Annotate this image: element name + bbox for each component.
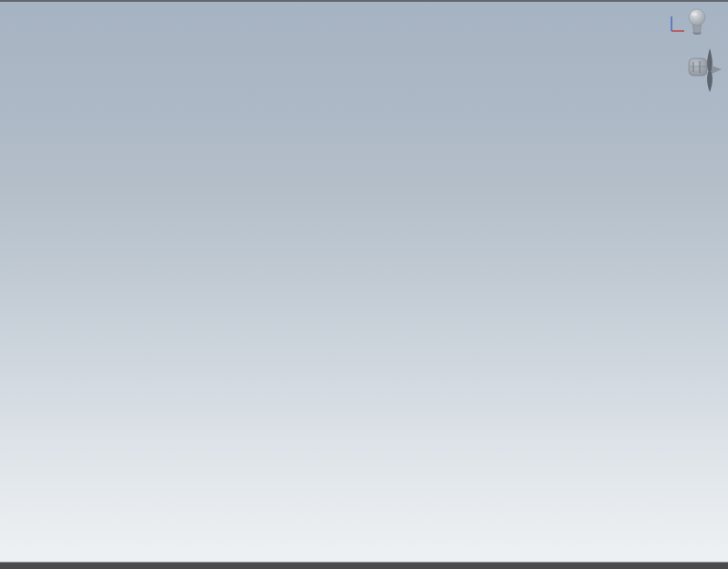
tree-node-icon[interactable] (682, 46, 725, 95)
viewport-window (0, 0, 728, 569)
viewport-top-border (0, 0, 728, 2)
viewport-3d-scene[interactable] (0, 0, 728, 569)
polygon-stats-panel (9, 16, 146, 18)
viewport-bottom-border (0, 562, 728, 569)
lightbulb-icon[interactable] (683, 5, 713, 44)
